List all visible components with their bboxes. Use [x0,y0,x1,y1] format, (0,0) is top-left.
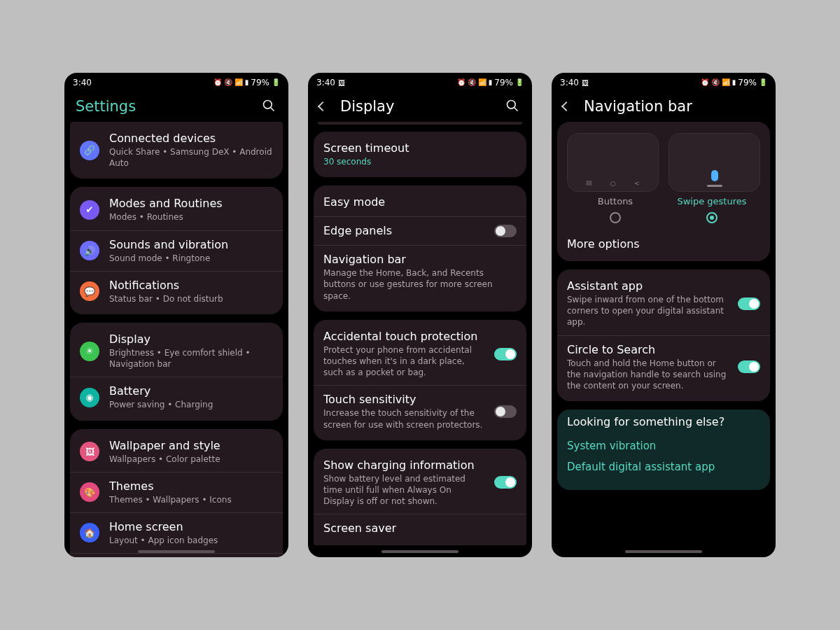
row-sub: Swipe inward from one of the bottom corn… [567,294,728,328]
display-list[interactable]: Screen timeout 30 seconds Easy mode Edge… [308,122,532,557]
option-swipe-gestures[interactable]: Swipe gestures [664,196,760,223]
radio-swipe[interactable] [706,212,718,223]
row-easy-mode[interactable]: Easy mode [314,188,526,216]
search-button[interactable] [505,99,521,114]
row-notifications[interactable]: 💬 Notifications Status bar • Do not dist… [70,271,283,312]
nav-type-preview: III○< [557,125,770,192]
row-screen-timeout[interactable]: Screen timeout 30 seconds [314,134,526,174]
battery-icon: 🔋 [272,79,280,86]
suggestions-heading: Looking for something else? [567,415,760,428]
option-buttons[interactable]: Buttons [567,196,664,223]
signal-icon: ▮ [732,79,736,86]
assistant-toggle[interactable] [738,298,760,310]
row-label: Display [109,332,273,346]
modes-icon: ✔ [80,200,99,220]
group-connected: 🔗 Connected devices Quick Share • Samsun… [70,122,283,178]
option-label: Buttons [567,196,664,206]
wifi-icon: 📶 [234,79,243,86]
preview-gestures[interactable] [668,133,760,192]
row-screen-saver[interactable]: Screen saver [314,514,526,542]
status-right: ⏰ 🔇 📶 ▮ 79% 🔋 [457,78,524,88]
row-edge-panels[interactable]: Edge panels [314,216,526,245]
picture-icon: 🖼 [582,79,589,87]
row-navigation-bar[interactable]: Navigation bar Manage the Home, Back, an… [314,245,526,309]
row-display[interactable]: ☀ Display Brightness • Eye comfort shiel… [70,326,283,377]
row-label: Sounds and vibration [109,238,273,252]
nav-type-options: Buttons Swipe gestures [557,192,770,230]
status-time: 3:40 [560,78,579,88]
row-label: Themes [109,479,273,493]
row-sub: Manage the Home, Back, and Recents butto… [323,267,517,302]
preview-buttons[interactable]: III○< [567,133,659,192]
group-charging-saver: Show charging information Show battery l… [314,449,526,546]
accidental-touch-toggle[interactable] [494,348,517,360]
status-bar: 3:40 🖼 ⏰ 🔇 📶 ▮ 79% 🔋 [552,73,776,92]
row-label: Connected devices [109,132,273,146]
row-sub: Wallpapers • Color palette [109,454,273,465]
alarm-icon: ⏰ [701,79,709,86]
option-label: Swipe gestures [664,196,760,206]
status-time-wrap: 3:40 🖼 [316,78,345,88]
sounds-icon: 🔊 [80,241,99,260]
row-modes-routines[interactable]: ✔ Modes and Routines Modes • Routines [70,190,283,230]
status-bar: 3:40 🖼 ⏰ 🔇 📶 ▮ 79% 🔋 [308,73,532,92]
row-label: Circle to Search [567,343,728,357]
row-themes[interactable]: 🎨 Themes Themes • Wallpapers • Icons [70,472,283,512]
link-default-assistant[interactable]: Default digital assistant app [567,456,760,477]
status-right: ⏰ 🔇 📶 ▮ 79% 🔋 [701,78,767,88]
gesture-pill-icon [707,185,722,187]
edge-panels-toggle[interactable] [494,225,517,237]
row-sub: Power saving • Charging [109,399,273,410]
recents-icon: III [586,180,592,187]
row-more-options[interactable]: More options [557,230,770,258]
row-accidental-touch[interactable]: Accidental touch protection Protect your… [314,323,526,386]
row-sub: Touch and hold the Home button or the na… [567,358,728,392]
group-display-battery: ☀ Display Brightness • Eye comfort shiel… [70,323,283,421]
group-touch: Accidental touch protection Protect your… [314,320,526,440]
row-assistant-app[interactable]: Assistant app Swipe inward from one of t… [557,272,770,335]
charging-info-toggle[interactable] [494,476,517,489]
row-charging-info[interactable]: Show charging information Show battery l… [314,451,526,514]
navbar-settings[interactable]: III○< Buttons Swipe gestures More opt [552,122,776,557]
row-circle-to-search[interactable]: Circle to Search Touch and hold the Home… [557,335,770,399]
radio-buttons[interactable] [610,212,621,223]
back-button[interactable] [319,100,332,113]
back-button[interactable] [563,100,575,113]
row-label: Accidental touch protection [323,330,484,344]
row-value: 30 seconds [323,156,517,167]
phone-settings: 3:40 ⏰ 🔇 📶 ▮ 79% 🔋 Settings 🔗 Connected … [64,73,288,557]
gesture-handle[interactable] [138,550,215,553]
gesture-handle[interactable] [625,550,702,553]
row-lock-screen[interactable]: 🔒 Lock screen and AOD [70,553,283,557]
settings-list[interactable]: 🔗 Connected devices Quick Share • Samsun… [64,122,288,557]
row-label: Assistant app [567,279,728,293]
svg-line-1 [271,108,274,111]
svg-point-2 [507,101,516,109]
row-label: Touch sensitivity [323,393,484,407]
header: Display [308,92,532,122]
row-touch-sensitivity[interactable]: Touch sensitivity Increase the touch sen… [314,385,526,437]
row-sounds-vibration[interactable]: 🔊 Sounds and vibration Sound mode • Ring… [70,230,283,271]
row-label: Show charging information [323,458,484,472]
wifi-icon: 📶 [478,79,486,86]
link-system-vibration[interactable]: System vibration [567,435,760,456]
touch-sensitivity-toggle[interactable] [494,405,517,418]
row-label: Notifications [109,279,273,293]
circle-search-toggle[interactable] [738,360,760,373]
row-sub: Themes • Wallpapers • Icons [109,494,273,505]
row-label: Navigation bar [323,253,517,267]
row-sub: Status bar • Do not disturb [109,293,273,304]
row-sub: Protect your phone from accidental touch… [323,344,484,379]
chevron-left-icon [318,102,328,111]
gesture-handle[interactable] [382,550,458,553]
row-sub: Brightness • Eye comfort shield • Naviga… [109,347,273,370]
row-sub: Increase the touch sensitivity of the sc… [323,407,484,430]
row-home-screen[interactable]: 🏠 Home screen Layout • App icon badges [70,512,283,553]
notifications-icon: 💬 [80,281,99,301]
row-sub: Show battery level and estimated time un… [323,473,484,507]
row-battery[interactable]: ◉ Battery Power saving • Charging [70,377,283,417]
row-connected-devices[interactable]: 🔗 Connected devices Quick Share • Samsun… [70,125,283,176]
home-shape-icon: ○ [610,180,616,187]
row-wallpaper[interactable]: 🖼 Wallpaper and style Wallpapers • Color… [70,432,283,472]
search-button[interactable] [262,99,277,114]
